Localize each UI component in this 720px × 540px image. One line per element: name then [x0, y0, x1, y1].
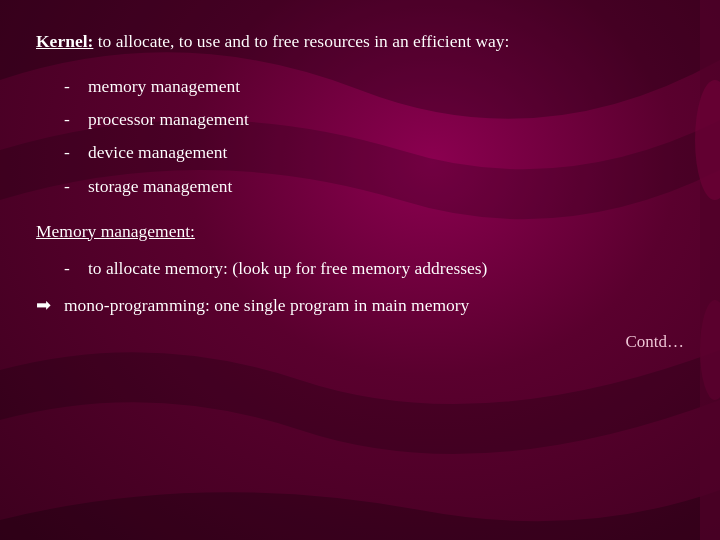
list-item: - processor management	[64, 106, 684, 133]
kernel-label: Kernel:	[36, 31, 93, 51]
bullet-text-4: storage management	[88, 173, 232, 200]
list-item: - storage management	[64, 173, 684, 200]
list-item: - device management	[64, 139, 684, 166]
slide-content: Kernel: to allocate, to use and to free …	[0, 0, 720, 375]
bullet-text-3: device management	[88, 139, 227, 166]
arrow-icon: ➡	[36, 292, 54, 319]
contd-text: Contd…	[36, 329, 684, 355]
list-item: - to allocate memory: (look up for free …	[64, 255, 684, 282]
kernel-description: to allocate, to use and to free resource…	[93, 31, 509, 51]
bullet-text-2: processor management	[88, 106, 249, 133]
bullet-list: - memory management - processor manageme…	[64, 73, 684, 200]
dash-icon: -	[64, 73, 76, 100]
arrow-text: mono-programming: one single program in …	[64, 292, 469, 319]
kernel-intro: Kernel: to allocate, to use and to free …	[36, 28, 684, 55]
dash-icon: -	[64, 139, 76, 166]
dash-icon: -	[64, 106, 76, 133]
bullet-text-1: memory management	[88, 73, 240, 100]
sub-bullet-section: - to allocate memory: (look up for free …	[64, 255, 684, 282]
list-item: - memory management	[64, 73, 684, 100]
dash-icon: -	[64, 173, 76, 200]
memory-management-heading: Memory management:	[36, 218, 684, 245]
sub-bullet-text: to allocate memory: (look up for free me…	[88, 255, 487, 282]
arrow-item: ➡ mono-programming: one single program i…	[36, 292, 684, 319]
dash-icon: -	[64, 255, 76, 282]
